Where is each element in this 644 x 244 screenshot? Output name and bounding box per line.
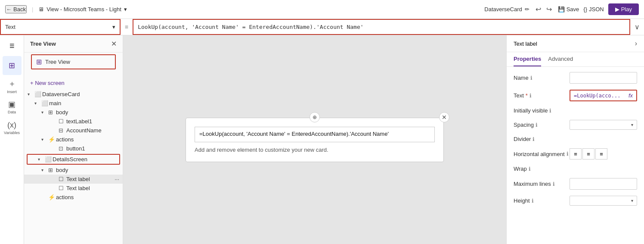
tab-properties-label: Properties [514,56,541,62]
sidebar-item-treeview[interactable]: ⊞ [3,56,22,75]
tree-item-accountname[interactable]: ⊟ AccountName [24,126,123,135]
tree-item-body2[interactable]: ▾ ⊞ body [24,166,123,175]
sidebar-item-variables[interactable]: (x) Variables [3,118,22,137]
tree-title: Tree View [30,41,56,47]
text-label-text: Text [514,92,524,99]
divider-label-text: Divider [514,136,531,142]
drag-handle-icon[interactable]: ⊕ [310,112,320,122]
button-icon: ⊡ [59,145,66,152]
prop-divider-label: Divider ℹ [514,136,570,142]
tree-view-active-item[interactable]: ⊞ Tree View [24,53,123,75]
textbox-icon: ☐ [59,118,66,125]
spacing-arrow-icon: ▾ [631,122,633,127]
tree-item-button1[interactable]: ⊡ button1 [24,144,123,153]
wrap-info-icon[interactable]: ℹ [529,166,531,172]
save-icon: 💾 [558,6,565,13]
json-label: JSON [589,6,604,13]
tree-item-actions1[interactable]: ▾ ⚡ actions [24,135,123,144]
prop-spacing-value[interactable]: ▾ [570,120,637,130]
tree-item-dataversecard[interactable]: ▾ ⬜ DataverseCard [24,90,123,99]
spacing-info-icon[interactable]: ℹ [536,122,538,128]
maximum-lines-info-icon[interactable]: ℹ [553,181,555,187]
tree-item-textlabel1[interactable]: ☐ textLabel1 [24,117,123,126]
formula-input-wrap [133,19,630,35]
separator: | [32,6,33,13]
textbox-icon: ☐ [59,185,66,191]
chevron-down-icon: ▾ [124,6,127,13]
name-info-icon[interactable]: ℹ [530,75,533,81]
sidebar-item-insert[interactable]: ＋ Insert [3,77,22,96]
card-close-button[interactable]: ✕ [439,112,449,122]
prop-wrap-row: Wrap ℹ [514,166,637,172]
spacing-label-text: Spacing [514,122,534,128]
json-button[interactable]: {} JSON [583,6,604,13]
data-label: Data [8,110,16,114]
prop-horizontal-alignment-label: Horizontal alignment ℹ [514,151,570,157]
new-screen-button[interactable]: + New screen [24,76,123,90]
fx-icon[interactable]: fx [629,92,633,99]
spacing-select[interactable]: ▾ [570,120,637,130]
tree-view-box[interactable]: ⊞ Tree View [31,54,116,69]
right-panel-collapse-icon[interactable]: › [635,40,637,47]
undo-button[interactable]: ↩ [534,3,543,15]
view-selector[interactable]: 🖥 View - Microsoft Teams - Light ▾ [38,6,127,13]
tree-item-textlabel-selected[interactable]: ☐ Text label ··· [24,175,123,184]
back-arrow-icon: ← [6,6,12,13]
prop-height-label: Height ℹ [514,197,570,204]
maximum-lines-input[interactable] [570,178,637,190]
right-panel: Text label › Properties Advanced Name ℹ [506,35,644,244]
divider-info-icon[interactable]: ℹ [533,136,535,142]
card-formula-display: =LookUp(account, 'Account Name' = Entere… [195,127,435,142]
dataverse-card-text: DataverseCard [484,6,522,13]
formula-dropdown[interactable]: Text ▾ [0,19,121,35]
tree-item-main[interactable]: ▾ ⬜ main [24,99,123,108]
json-icon: {} [583,6,587,13]
text-info-icon[interactable]: ℹ [529,93,532,99]
back-label: Back [13,6,26,13]
play-button[interactable]: ▶ Play [608,3,639,15]
tab-advanced[interactable]: Advanced [548,52,573,66]
more-options-icon[interactable]: ··· [115,176,123,182]
screen-icon: ⬜ [45,156,53,163]
tree-item-actions2[interactable]: ⚡ actions [24,193,123,202]
redo-button[interactable]: ↪ [545,3,554,15]
height-info-icon[interactable]: ℹ [532,198,534,204]
card-container: ⊕ ✕ =LookUp(account, 'Account Name' = En… [186,118,444,162]
tree-close-button[interactable]: ✕ [111,40,117,48]
prop-horizontal-alignment-value: ≡ ≡ ≡ [570,148,637,160]
initially-visible-info-icon[interactable]: ℹ [549,108,551,114]
top-bar-left: ← Back | 🖥 View - Microsoft Teams - Ligh… [5,5,127,13]
sidebar-item-data[interactable]: ▣ Data [3,97,22,116]
tree-item-detailsscreen[interactable]: ▾ ⬜ DetailsScreen [27,154,120,165]
name-input[interactable] [570,72,637,84]
align-center-button[interactable]: ≡ [582,148,594,160]
tree-view-box-label: Tree View [45,59,70,65]
tab-properties[interactable]: Properties [514,52,541,66]
view-label: View - Microsoft Teams - Light [46,6,121,13]
align-right-button[interactable]: ≡ [595,148,607,160]
dataverse-card-label: DataverseCard ✏ [484,6,529,13]
prop-text-value: =LookUp(acco... fx [570,90,637,101]
wrap-label-text: Wrap [514,166,527,172]
back-button[interactable]: ← Back [5,5,27,13]
formula-expand-icon[interactable]: ∨ [630,23,644,31]
save-button[interactable]: 💾 Save [558,6,579,13]
edit-icon[interactable]: ✏ [525,6,529,13]
height-select[interactable]: ▾ [570,196,637,206]
prop-height-value[interactable]: ▾ [570,196,637,206]
align-left-button[interactable]: ≡ [570,148,582,160]
right-panel-header: Text label › [507,35,644,52]
container-icon: ⬜ [41,100,49,106]
text-required-mark: * [526,92,528,99]
horizontal-alignment-info-icon[interactable]: ℹ [567,151,569,157]
chevron-icon: ▾ [28,92,34,97]
tree-content: ▾ ⬜ DataverseCard ▾ ⬜ main ▾ ⊞ body ☐ te… [24,90,123,244]
tree-item-body[interactable]: ▾ ⊞ body [24,108,123,117]
component-icon: ⊞ [48,109,56,116]
prop-spacing-label: Spacing ℹ [514,122,570,128]
hamburger-menu-icon[interactable]: ☰ [3,39,22,53]
formula-input[interactable] [138,24,625,30]
prop-divider-row: Divider ℹ [514,136,637,142]
tree-item-textlabel2[interactable]: ☐ Text label [24,184,123,193]
lightning-icon: ⚡ [48,194,56,200]
